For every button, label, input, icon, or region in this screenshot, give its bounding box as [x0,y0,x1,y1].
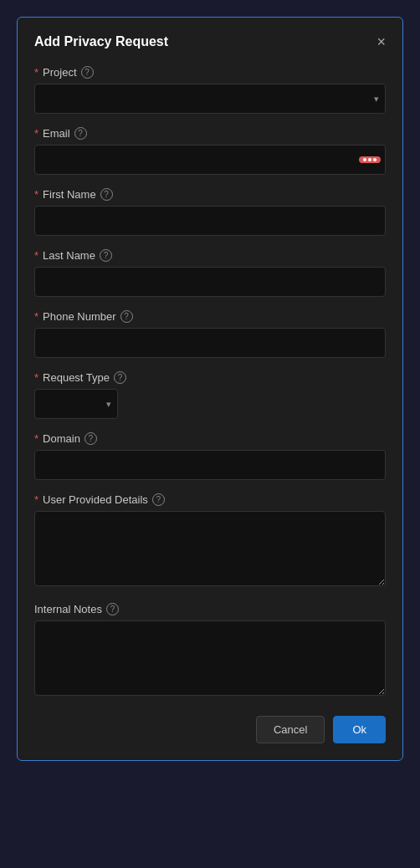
internal-notes-label: Internal Notes ? [34,603,386,615]
phone-number-label: * Phone Number ? [34,310,386,323]
domain-label: * Domain ? [34,432,386,445]
internal-notes-help-icon[interactable]: ? [106,603,119,615]
email-help-icon[interactable]: ? [74,127,87,140]
domain-required-star: * [34,432,38,445]
add-privacy-request-modal: Add Privacy Request × * Project ? ▾ * Em… [17,17,403,761]
project-required-star: * [34,66,38,79]
last-name-help-icon[interactable]: ? [100,249,112,262]
email-field-group: * Email ? [34,127,386,175]
project-field-group: * Project ? ▾ [34,66,386,114]
last-name-input[interactable] [34,267,386,297]
first-name-required-star: * [34,188,38,201]
project-help-icon[interactable]: ? [81,66,94,79]
first-name-label-text: First Name [43,188,96,201]
last-name-label-text: Last Name [43,249,95,262]
last-name-required-star: * [34,249,38,262]
phone-number-input[interactable] [34,328,386,358]
project-select[interactable] [34,84,386,114]
badge-dot-3 [373,158,376,161]
internal-notes-field-group: Internal Notes ? [34,603,386,699]
email-input[interactable] [34,145,386,175]
user-provided-details-textarea[interactable] [34,511,386,586]
request-type-select-wrapper: ▾ [34,389,118,419]
internal-notes-textarea[interactable] [34,620,386,696]
email-input-wrapper [34,145,386,175]
project-label-text: Project [43,66,76,79]
user-provided-details-required-star: * [34,493,38,506]
first-name-help-icon[interactable]: ? [100,188,113,201]
user-provided-details-field-group: * User Provided Details ? [34,493,386,590]
user-provided-details-label-text: User Provided Details [43,493,148,506]
phone-number-label-text: Phone Number [43,310,115,323]
first-name-input[interactable] [34,206,386,236]
modal-overlay: Add Privacy Request × * Project ? ▾ * Em… [0,0,420,868]
domain-label-text: Domain [43,432,80,445]
modal-title: Add Privacy Request [34,34,168,49]
email-required-star: * [34,127,38,140]
project-select-wrapper: ▾ [34,84,386,114]
request-type-field-group: * Request Type ? ▾ [34,371,386,419]
badge-dot-2 [368,158,371,161]
last-name-label: * Last Name ? [34,249,386,262]
domain-input[interactable] [34,450,386,480]
badge-dot-1 [363,158,366,161]
request-type-select[interactable] [34,389,118,419]
domain-help-icon[interactable]: ? [85,432,97,445]
first-name-field-group: * First Name ? [34,188,386,236]
last-name-field-group: * Last Name ? [34,249,386,297]
phone-number-help-icon[interactable]: ? [120,310,133,323]
request-type-help-icon[interactable]: ? [114,371,126,384]
user-provided-details-label: * User Provided Details ? [34,493,386,506]
domain-field-group: * Domain ? [34,432,386,480]
email-badge [359,156,381,163]
email-label-text: Email [43,127,70,140]
request-type-label-text: Request Type [43,371,110,384]
modal-header: Add Privacy Request × [34,34,386,49]
cancel-button[interactable]: Cancel [256,716,325,743]
modal-footer: Cancel Ok [34,716,386,743]
request-type-label: * Request Type ? [34,371,386,384]
phone-number-required-star: * [34,310,38,323]
internal-notes-label-text: Internal Notes [34,603,102,615]
request-type-required-star: * [34,371,38,384]
phone-number-field-group: * Phone Number ? [34,310,386,358]
project-label: * Project ? [34,66,386,79]
user-provided-details-help-icon[interactable]: ? [152,493,165,506]
email-label: * Email ? [34,127,386,140]
close-button[interactable]: × [376,34,386,49]
ok-button[interactable]: Ok [333,716,386,743]
first-name-label: * First Name ? [34,188,386,201]
